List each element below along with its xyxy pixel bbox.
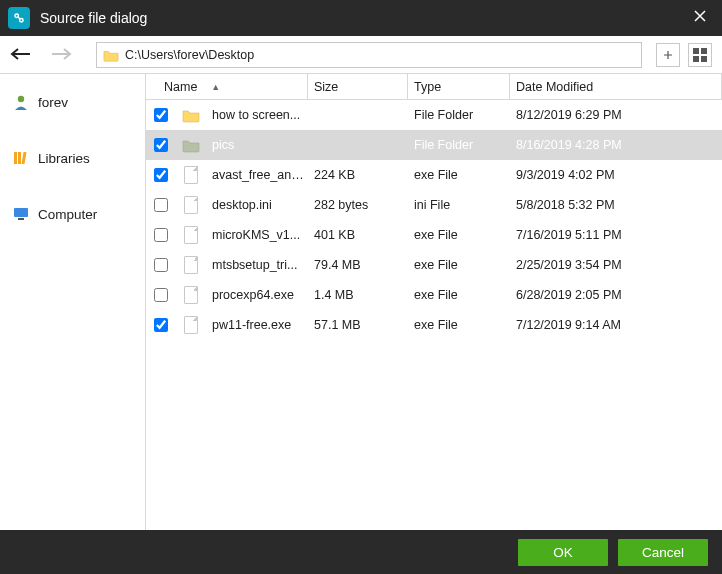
dialog-body: forev Libraries Computer Name▲ Size Type… xyxy=(0,74,722,530)
cell-name: desktop.ini xyxy=(206,198,308,212)
cell-type: exe File xyxy=(408,318,510,332)
svg-rect-6 xyxy=(14,208,28,217)
svg-rect-5 xyxy=(21,152,26,164)
column-header-date[interactable]: Date Modified xyxy=(510,74,722,99)
svg-rect-4 xyxy=(18,152,21,164)
cell-type: exe File xyxy=(408,258,510,272)
cell-name: pw11-free.exe xyxy=(206,318,308,332)
cell-date: 6/28/2019 2:05 PM xyxy=(510,288,722,302)
file-row[interactable]: picsFile Folder8/16/2019 4:28 PM xyxy=(146,130,722,160)
sidebar-item-user[interactable]: forev xyxy=(0,74,145,130)
cell-date: 7/16/2019 5:11 PM xyxy=(510,228,722,242)
column-header-size[interactable]: Size xyxy=(308,74,408,99)
cell-type: File Folder xyxy=(408,138,510,152)
forward-button[interactable] xyxy=(50,46,72,64)
column-header-row: Name▲ Size Type Date Modified xyxy=(146,74,722,100)
toolbar: C:\Users\forev\Desktop xyxy=(0,36,722,74)
column-header-check xyxy=(146,74,158,99)
file-list: Name▲ Size Type Date Modified how to scr… xyxy=(146,74,722,530)
cell-size: 1.4 MB xyxy=(308,288,408,302)
libraries-icon xyxy=(12,149,30,167)
user-icon xyxy=(12,93,30,111)
sidebar-item-computer[interactable]: Computer xyxy=(0,186,145,242)
cell-size: 401 KB xyxy=(308,228,408,242)
row-checkbox[interactable] xyxy=(154,168,168,182)
file-rows: how to screen...File Folder8/12/2019 6:2… xyxy=(146,100,722,530)
cell-name: mtsbsetup_tri... xyxy=(206,258,308,272)
cell-name: how to screen... xyxy=(206,108,308,122)
row-checkbox[interactable] xyxy=(154,288,168,302)
file-icon xyxy=(176,166,206,184)
cell-name: pics xyxy=(206,138,308,152)
svg-point-2 xyxy=(18,96,24,102)
cell-type: File Folder xyxy=(408,108,510,122)
view-mode-button[interactable] xyxy=(688,43,712,67)
file-row[interactable]: mtsbsetup_tri...79.4 MBexe File2/25/2019… xyxy=(146,250,722,280)
file-icon xyxy=(176,256,206,274)
cancel-button[interactable]: Cancel xyxy=(618,539,708,566)
column-header-name[interactable]: Name▲ xyxy=(158,74,308,99)
cell-type: exe File xyxy=(408,288,510,302)
file-icon xyxy=(176,196,206,214)
file-row[interactable]: avast_free_ant...224 KBexe File9/3/2019 … xyxy=(146,160,722,190)
svg-rect-3 xyxy=(14,152,17,164)
path-input[interactable]: C:\Users\forev\Desktop xyxy=(96,42,642,68)
cell-date: 2/25/2019 3:54 PM xyxy=(510,258,722,272)
app-icon xyxy=(8,7,30,29)
cell-date: 8/12/2019 6:29 PM xyxy=(510,108,722,122)
new-folder-button[interactable] xyxy=(656,43,680,67)
cell-size: 224 KB xyxy=(308,168,408,182)
dialog-title: Source file dialog xyxy=(40,10,686,26)
cell-date: 5/8/2018 5:32 PM xyxy=(510,198,722,212)
cell-size: 79.4 MB xyxy=(308,258,408,272)
file-row[interactable]: desktop.ini282 bytesini File5/8/2018 5:3… xyxy=(146,190,722,220)
ok-button[interactable]: OK xyxy=(518,539,608,566)
file-icon xyxy=(176,226,206,244)
path-text: C:\Users\forev\Desktop xyxy=(125,48,254,62)
cell-date: 8/16/2019 4:28 PM xyxy=(510,138,722,152)
row-checkbox[interactable] xyxy=(154,258,168,272)
grid-icon xyxy=(693,48,707,62)
cell-type: ini File xyxy=(408,198,510,212)
file-row[interactable]: pw11-free.exe57.1 MBexe File7/12/2019 9:… xyxy=(146,310,722,340)
file-icon xyxy=(176,286,206,304)
column-header-type[interactable]: Type xyxy=(408,74,510,99)
cell-type: exe File xyxy=(408,228,510,242)
row-checkbox[interactable] xyxy=(154,108,168,122)
cell-size: 282 bytes xyxy=(308,198,408,212)
folder-icon xyxy=(176,107,206,123)
nav-buttons xyxy=(10,46,88,64)
folder-icon xyxy=(176,137,206,153)
cell-name: microKMS_v1... xyxy=(206,228,308,242)
file-row[interactable]: procexp64.exe1.4 MBexe File6/28/2019 2:0… xyxy=(146,280,722,310)
sidebar-item-libraries[interactable]: Libraries xyxy=(0,130,145,186)
folder-icon xyxy=(103,48,119,62)
row-checkbox[interactable] xyxy=(154,318,168,332)
row-checkbox[interactable] xyxy=(154,138,168,152)
file-row[interactable]: microKMS_v1...401 KBexe File7/16/2019 5:… xyxy=(146,220,722,250)
row-checkbox[interactable] xyxy=(154,228,168,242)
titlebar: Source file dialog xyxy=(0,0,722,36)
cell-date: 9/3/2019 4:02 PM xyxy=(510,168,722,182)
sidebar-item-label: Computer xyxy=(38,207,97,222)
sort-indicator-icon: ▲ xyxy=(211,82,220,92)
cell-name: avast_free_ant... xyxy=(206,168,308,182)
cell-date: 7/12/2019 9:14 AM xyxy=(510,318,722,332)
row-checkbox[interactable] xyxy=(154,198,168,212)
sidebar-item-label: Libraries xyxy=(38,151,90,166)
svg-rect-7 xyxy=(18,218,24,220)
sidebar-item-label: forev xyxy=(38,95,68,110)
cell-size: 57.1 MB xyxy=(308,318,408,332)
cell-type: exe File xyxy=(408,168,510,182)
file-icon xyxy=(176,316,206,334)
computer-icon xyxy=(12,205,30,223)
footer: OK Cancel xyxy=(0,530,722,574)
cell-name: procexp64.exe xyxy=(206,288,308,302)
back-button[interactable] xyxy=(10,46,32,64)
file-row[interactable]: how to screen...File Folder8/12/2019 6:2… xyxy=(146,100,722,130)
close-button[interactable] xyxy=(686,9,714,27)
sidebar: forev Libraries Computer xyxy=(0,74,146,530)
